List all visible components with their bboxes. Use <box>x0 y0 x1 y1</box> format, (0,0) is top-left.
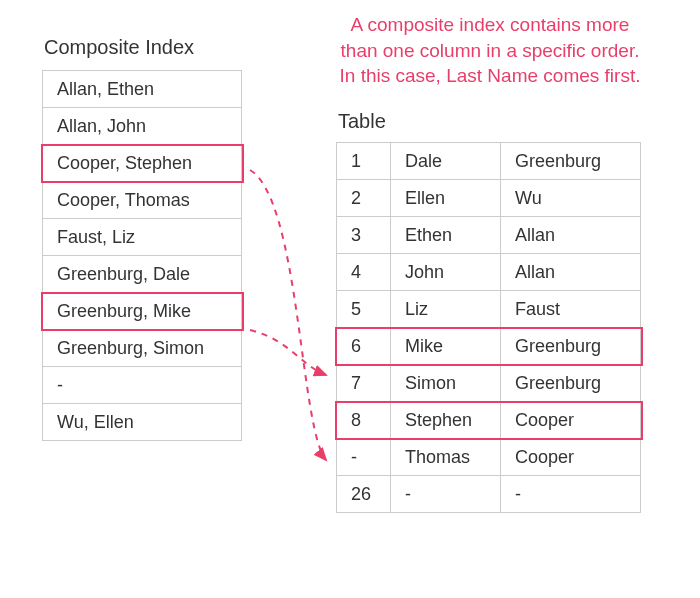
table-row: 3 Ethen Allan <box>337 217 641 254</box>
row-id-cell: 3 <box>337 217 391 254</box>
last-name-cell: Cooper <box>501 439 641 476</box>
first-name-cell: Ellen <box>391 180 501 217</box>
last-name-cell: - <box>501 476 641 513</box>
first-name-cell: Ethen <box>391 217 501 254</box>
caption-line3: In this case, Last Name comes first. <box>310 63 670 89</box>
index-row: Greenburg, Mike <box>43 293 242 330</box>
row-id-cell: 26 <box>337 476 391 513</box>
row-id-cell: 1 <box>337 143 391 180</box>
index-row: - <box>43 367 242 404</box>
diagram-canvas: A composite index contains more than one… <box>0 0 700 598</box>
table-row: 6 Mike Greenburg <box>337 328 641 365</box>
index-row: Faust, Liz <box>43 219 242 256</box>
index-row: Cooper, Stephen <box>43 145 242 182</box>
composite-index-table: Allan, EthenAllan, JohnCooper, StephenCo… <box>42 70 242 441</box>
row-id-cell: 8 <box>337 402 391 439</box>
arrow-cooper-stephen <box>250 170 326 460</box>
caption-line1: A composite index contains more <box>310 12 670 38</box>
arrow-greenburg-mike <box>250 330 326 375</box>
last-name-cell: Cooper <box>501 402 641 439</box>
index-row: Greenburg, Simon <box>43 330 242 367</box>
index-cell: Cooper, Thomas <box>43 182 242 219</box>
last-name-cell: Faust <box>501 291 641 328</box>
index-row: Wu, Ellen <box>43 404 242 441</box>
last-name-cell: Greenburg <box>501 328 641 365</box>
table-row: 26 - - <box>337 476 641 513</box>
first-name-cell: Mike <box>391 328 501 365</box>
first-name-cell: - <box>391 476 501 513</box>
table-row: 1 Dale Greenburg <box>337 143 641 180</box>
index-title: Composite Index <box>44 36 194 59</box>
first-name-cell: John <box>391 254 501 291</box>
index-cell: Faust, Liz <box>43 219 242 256</box>
table-row: 8 Stephen Cooper <box>337 402 641 439</box>
row-id-cell: 7 <box>337 365 391 402</box>
table-title: Table <box>338 110 386 133</box>
last-name-cell: Greenburg <box>501 143 641 180</box>
index-row: Allan, John <box>43 108 242 145</box>
index-cell: - <box>43 367 242 404</box>
table-row: 7 Simon Greenburg <box>337 365 641 402</box>
data-table: 1 Dale Greenburg 2 Ellen Wu 3 Ethen Alla… <box>336 142 641 513</box>
table-row: 5 Liz Faust <box>337 291 641 328</box>
index-cell: Greenburg, Dale <box>43 256 242 293</box>
index-cell: Allan, John <box>43 108 242 145</box>
index-row: Allan, Ethen <box>43 71 242 108</box>
last-name-cell: Allan <box>501 217 641 254</box>
index-row: Greenburg, Dale <box>43 256 242 293</box>
first-name-cell: Stephen <box>391 402 501 439</box>
table-row: - Thomas Cooper <box>337 439 641 476</box>
last-name-cell: Allan <box>501 254 641 291</box>
row-id-cell: 4 <box>337 254 391 291</box>
first-name-cell: Thomas <box>391 439 501 476</box>
last-name-cell: Greenburg <box>501 365 641 402</box>
index-cell: Cooper, Stephen <box>43 145 242 182</box>
index-cell: Greenburg, Mike <box>43 293 242 330</box>
table-row: 4 John Allan <box>337 254 641 291</box>
row-id-cell: - <box>337 439 391 476</box>
first-name-cell: Dale <box>391 143 501 180</box>
caption-line2: than one column in a specific order. <box>310 38 670 64</box>
index-row: Cooper, Thomas <box>43 182 242 219</box>
table-row: 2 Ellen Wu <box>337 180 641 217</box>
row-id-cell: 5 <box>337 291 391 328</box>
last-name-cell: Wu <box>501 180 641 217</box>
first-name-cell: Liz <box>391 291 501 328</box>
index-cell: Allan, Ethen <box>43 71 242 108</box>
first-name-cell: Simon <box>391 365 501 402</box>
row-id-cell: 2 <box>337 180 391 217</box>
caption: A composite index contains more than one… <box>310 12 670 89</box>
index-cell: Wu, Ellen <box>43 404 242 441</box>
row-id-cell: 6 <box>337 328 391 365</box>
index-cell: Greenburg, Simon <box>43 330 242 367</box>
